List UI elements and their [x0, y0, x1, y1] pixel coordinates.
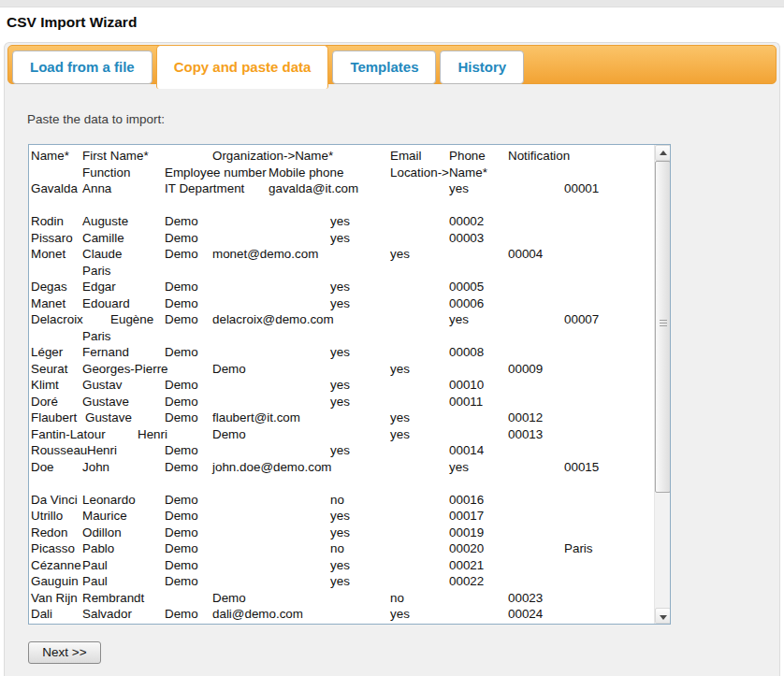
- csv-line: RodinAugusteDemoyes00002: [29, 213, 653, 230]
- csv-cell: Léger: [31, 344, 63, 361]
- csv-cell: 00013: [508, 426, 543, 443]
- csv-cell: 00006: [449, 295, 484, 312]
- csv-cell: no: [390, 590, 404, 607]
- textarea-scrollbar[interactable]: [654, 145, 670, 624]
- csv-paste-textarea[interactable]: Name*First Name*Organization->Name*Email…: [28, 144, 671, 625]
- csv-line: Da VinciLeonardoDemono00016: [29, 492, 653, 509]
- csv-cell: Gavalda: [31, 180, 78, 197]
- csv-cell: 00014: [449, 442, 484, 459]
- csv-cell: Dali: [31, 606, 52, 623]
- csv-line: PicassoPabloDemono00020Paris: [29, 540, 653, 557]
- next-button[interactable]: Next >>: [28, 641, 101, 664]
- csv-cell: Redon: [31, 525, 67, 541]
- csv-line: Van RijnRembrandtDemono00023: [29, 590, 653, 607]
- csv-cell: Picasso: [31, 540, 75, 557]
- csv-line: FlaubertGustaveDemoflaubert@it.comyes000…: [29, 410, 653, 426]
- scroll-up-button[interactable]: [655, 145, 671, 161]
- scrollbar-grip-icon: [660, 320, 667, 327]
- csv-line: DelacroixEugèneDemodelacroix@demo.comyes…: [29, 311, 653, 328]
- csv-cell: Demo: [165, 492, 198, 509]
- csv-cell: yes: [390, 606, 410, 623]
- csv-cell: Paris: [82, 263, 111, 280]
- csv-cell: yes: [330, 279, 350, 295]
- csv-cell: Demo: [165, 295, 198, 312]
- csv-line: [29, 197, 653, 214]
- csv-cell: yes: [449, 180, 469, 197]
- csv-cell: Fernand: [82, 344, 129, 361]
- csv-cell: Demo: [165, 573, 198, 590]
- csv-line: FunctionEmployee numberMobile phoneLocat…: [29, 165, 653, 181]
- tab-templates[interactable]: Templates: [332, 50, 436, 84]
- csv-cell: Doe: [31, 459, 54, 476]
- csv-cell: Demo: [165, 279, 198, 295]
- csv-cell: Mobile phone: [269, 165, 343, 181]
- csv-cell: Edouard: [82, 295, 130, 312]
- csv-cell: Location->Name*: [390, 165, 487, 181]
- csv-cell: Camille: [82, 230, 124, 247]
- tab-history[interactable]: History: [440, 50, 524, 84]
- csv-cell: Demo: [165, 377, 198, 394]
- top-bar: [0, 0, 784, 7]
- csv-cell: Georges-Pierre: [82, 361, 168, 378]
- csv-line: DoeJohnDemojohn.doe@demo.comyes00015: [29, 459, 653, 476]
- csv-cell: 00015: [564, 459, 599, 476]
- csv-cell: Demo: [212, 426, 246, 443]
- csv-cell: yes: [330, 557, 350, 574]
- csv-cell: yes: [330, 508, 350, 525]
- csv-cell: Employee number: [165, 165, 267, 181]
- csv-cell: Da Vinci: [31, 492, 78, 509]
- csv-line: MonetClaudeDemomonet@demo.comyes00004: [29, 246, 653, 263]
- csv-cell: 00012: [508, 410, 543, 426]
- csv-cell: Demo: [165, 606, 198, 623]
- csv-cell: Cézanne: [31, 557, 81, 574]
- csv-cell: Demo: [212, 590, 246, 607]
- scroll-down-button[interactable]: [655, 608, 671, 624]
- csv-cell: Paul: [82, 573, 108, 590]
- csv-cell: Function: [82, 165, 130, 181]
- csv-line: RousseauHenriDemoyes00014: [29, 442, 653, 459]
- csv-cell: Doré: [31, 394, 58, 410]
- csv-cell: Flaubert: [31, 410, 77, 426]
- csv-line: UtrilloMauriceDemoyes00017: [29, 508, 653, 525]
- csv-cell: Degas: [31, 279, 67, 295]
- csv-cell: john.doe@demo.com: [212, 459, 332, 476]
- csv-cell: 00001: [564, 180, 599, 197]
- csv-cell: Notification: [508, 148, 570, 165]
- wizard-panel: Load from a fileCopy and paste dataTempl…: [4, 42, 780, 676]
- csv-cell: Klimt: [31, 377, 59, 394]
- csv-cell: Demo: [165, 540, 198, 557]
- csv-cell: Eugène: [110, 311, 153, 328]
- csv-cell: Fantin-Latour: [31, 426, 106, 443]
- csv-cell: Gauguin: [31, 573, 79, 590]
- csv-cell: Gustave: [85, 410, 132, 426]
- csv-cell: Demo: [212, 361, 246, 378]
- csv-cell: Paris: [82, 328, 111, 345]
- csv-cell: 00010: [449, 377, 484, 394]
- csv-cell: 00004: [508, 246, 543, 263]
- csv-cell: 00005: [449, 279, 484, 295]
- csv-cell: Grenoble: [82, 623, 134, 625]
- csv-cell: 00008: [449, 344, 484, 361]
- csv-cell: Rodin: [31, 213, 64, 230]
- csv-cell: 00020: [449, 540, 484, 557]
- tab-copy-and-paste-data[interactable]: Copy and paste data: [156, 45, 329, 89]
- up-arrow-icon: [660, 151, 667, 155]
- csv-cell: Utrillo: [31, 508, 63, 525]
- csv-cell: Demo: [165, 410, 198, 426]
- csv-line: [29, 475, 653, 492]
- csv-line: PissaroCamilleDemoyes00003: [29, 230, 653, 247]
- csv-line: DegasEdgarDemoyes00005: [29, 279, 653, 295]
- csv-cell: Leonardo: [82, 492, 136, 509]
- csv-cell: yes: [330, 442, 350, 459]
- csv-cell: Demo: [165, 394, 198, 410]
- scrollbar-thumb[interactable]: [655, 161, 671, 493]
- csv-cell: 00022: [449, 573, 484, 590]
- csv-cell: 00009: [508, 361, 543, 378]
- csv-line: LégerFernandDemoyes00008: [29, 344, 653, 361]
- tab-load-from-a-file[interactable]: Load from a file: [12, 50, 152, 84]
- csv-cell: Gustave: [82, 394, 129, 410]
- csv-cell: Salvador: [82, 606, 132, 623]
- csv-cell: dali@demo.com: [212, 606, 303, 623]
- csv-cell: Monet: [31, 246, 65, 263]
- csv-cell: Henri: [138, 426, 167, 443]
